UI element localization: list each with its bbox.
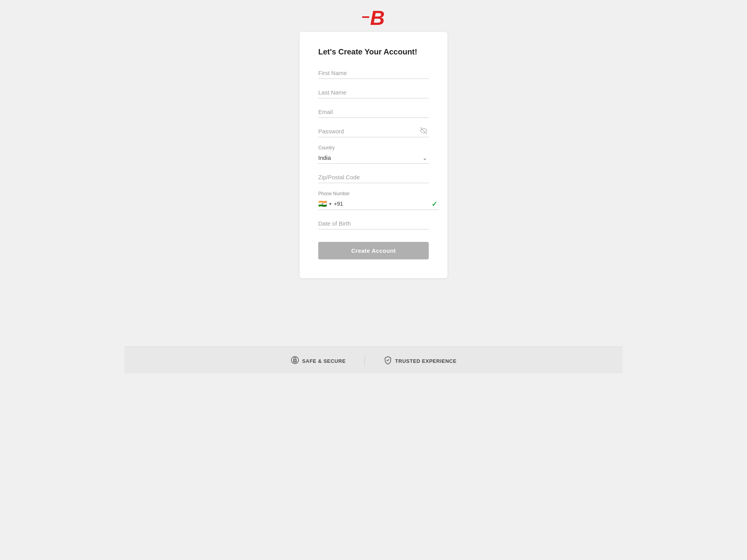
password-visibility-toggle-icon[interactable] <box>420 127 427 136</box>
first-name-field-group <box>318 67 429 79</box>
footer-safe-secure-item: SAFE & SECURE <box>291 356 346 366</box>
first-name-input[interactable] <box>318 67 429 79</box>
safe-secure-label: SAFE & SECURE <box>302 358 346 364</box>
country-label: Country <box>318 145 429 150</box>
phone-dropdown-arrow-icon: ▼ <box>328 202 332 206</box>
footer-trusted-experience-item: TRUSTED EXPERIENCE <box>384 356 457 366</box>
country-select-wrapper: India United States United Kingdom Canad… <box>318 152 429 164</box>
lock-icon <box>291 356 299 366</box>
phone-input-row: 🇮🇳 ▼ +91 ✓ <box>318 198 429 210</box>
zip-code-field-group <box>318 172 429 183</box>
last-name-input[interactable] <box>318 87 429 98</box>
email-field-group <box>318 106 429 118</box>
brand-logo: B <box>362 8 385 28</box>
phone-label: Phone Number <box>318 191 429 196</box>
form-title: Let's Create Your Account! <box>318 47 429 56</box>
footer-divider <box>365 355 365 366</box>
country-select[interactable]: India United States United Kingdom Canad… <box>318 152 429 163</box>
phone-check-icon: ✓ <box>431 200 437 208</box>
footer-bar: SAFE & SECURE TRUSTED EXPERIENCE <box>124 346 622 373</box>
date-of-birth-input[interactable] <box>318 218 429 229</box>
shield-check-icon <box>384 356 392 366</box>
password-wrapper <box>318 126 429 137</box>
zip-code-input[interactable] <box>318 172 429 183</box>
create-account-button[interactable]: Create Account <box>318 242 429 259</box>
trusted-experience-label: TRUSTED EXPERIENCE <box>395 358 457 364</box>
password-input[interactable] <box>318 126 429 137</box>
last-name-field-group <box>318 87 429 98</box>
phone-country-code: +91 <box>334 201 343 207</box>
registration-form-card: Let's Create Your Account! <box>300 32 447 278</box>
phone-field-group: Phone Number 🇮🇳 ▼ +91 ✓ <box>318 191 429 210</box>
date-of-birth-field-group <box>318 218 429 229</box>
page-wrapper: B Let's Create Your Account! <box>124 0 622 373</box>
logo-area: B <box>362 8 385 28</box>
country-field-group: Country India United States United Kingd… <box>318 145 429 164</box>
email-input[interactable] <box>318 106 429 118</box>
phone-number-input[interactable] <box>349 198 439 210</box>
phone-number-wrapper: ✓ <box>349 198 439 210</box>
phone-country-selector[interactable]: 🇮🇳 ▼ +91 <box>318 198 349 210</box>
password-field-group <box>318 126 429 137</box>
svg-point-3 <box>295 360 295 361</box>
flag-icon: 🇮🇳 <box>318 200 327 207</box>
